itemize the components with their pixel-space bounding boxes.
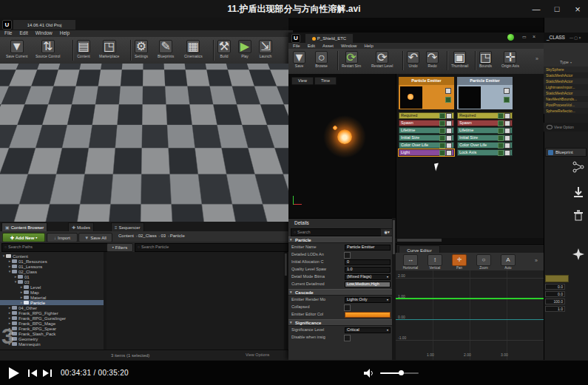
restart-sim-button[interactable]: ⟳Restart Sim (342, 51, 361, 68)
content-button[interactable]: ▤Content (77, 40, 90, 58)
module-checkbox[interactable] (504, 135, 510, 141)
view-options-button[interactable]: View Options (246, 353, 269, 358)
filters-button[interactable]: ▾Filters (107, 243, 133, 252)
transform-field[interactable]: 1.0 (545, 306, 565, 312)
tab-content-browser[interactable]: ▣Content Browser (1, 222, 47, 231)
volume-icon[interactable] (364, 369, 376, 378)
transform-field[interactable]: 100.0 (545, 299, 565, 304)
tree-item[interactable]: Content (0, 253, 104, 259)
curve-horizontal-button[interactable]: ↔Horizontal (399, 254, 422, 270)
module-graph-icon[interactable] (439, 128, 445, 134)
module-required[interactable]: Required (399, 112, 454, 119)
source-control-button[interactable]: ⇅Source Control (36, 40, 60, 58)
project-tab[interactable]: 14.06.41 Old Proj (13, 19, 76, 30)
module-lifetime[interactable]: Lifetime (399, 127, 454, 134)
tree-item[interactable]: Frank_RPG_Gunslinger (0, 316, 104, 321)
module-checkbox[interactable] (446, 128, 452, 134)
volume-knob[interactable] (399, 370, 404, 375)
module-graph-icon[interactable] (498, 128, 504, 134)
background-window-controls[interactable]: — ▢ × (570, 36, 581, 40)
module-checkbox[interactable] (446, 150, 452, 156)
module-initial-size[interactable]: Initial Size (399, 134, 454, 141)
module-color-over-life[interactable]: Color Over Life (399, 142, 454, 149)
scrollbar-thumb[interactable] (393, 220, 395, 254)
emitter-1-header[interactable]: Particle Emitter (399, 77, 454, 85)
module-checkbox[interactable] (504, 150, 510, 156)
module-checkbox[interactable] (446, 120, 452, 126)
tree-item[interactable]: 01 (0, 274, 104, 279)
curve-vertical-button[interactable]: ↕Vertical (424, 254, 446, 270)
lit-mode-button[interactable]: Lit (52, 67, 70, 75)
module-graph-icon[interactable] (439, 135, 445, 141)
previous-button[interactable] (28, 369, 37, 377)
tree-item[interactable]: 02_Class (0, 269, 104, 274)
module-checkbox[interactable] (504, 113, 510, 119)
module-spawn[interactable]: Spawn (399, 120, 454, 126)
bounds-button[interactable]: ◳Bounds (479, 51, 492, 68)
tree-item[interactable]: 03 (0, 279, 104, 285)
details-tab[interactable]: Details (294, 221, 309, 226)
emitter-enable-checkbox[interactable] (445, 88, 451, 94)
cascade-menu-window[interactable]: Window (341, 44, 356, 48)
curve-pan-button[interactable]: ✛Pan (448, 254, 470, 270)
marketplace-button[interactable]: ◳Marketplace (99, 40, 119, 58)
play-video-button[interactable] (9, 367, 19, 379)
type-column-header[interactable]: Type (560, 61, 569, 65)
outliner-row[interactable]: StaticMeshActor (544, 72, 588, 78)
tree-item[interactable]: 01_Lessons (0, 264, 104, 269)
module-spawn[interactable]: Spawn (457, 120, 513, 126)
menu-edit[interactable]: Edit (19, 31, 27, 36)
detail-mode-dropdown[interactable]: (Mixed Flags)▾ (345, 274, 391, 280)
curve-zoom-button[interactable]: ○Zoom (473, 254, 495, 270)
section-particle[interactable]: Particle (288, 236, 393, 243)
module-lifetime[interactable]: Lifetime (457, 127, 513, 134)
play-button[interactable]: ▶Play (238, 40, 251, 58)
toolbar-overflow-icon[interactable]: » (535, 56, 538, 61)
module-graph-icon[interactable] (498, 120, 504, 126)
module-color-over-life[interactable]: Color Over Life (457, 142, 513, 149)
settings-button[interactable]: ⚙Settings (135, 40, 148, 58)
next-button[interactable] (43, 369, 52, 377)
tree-item[interactable]: 01_Resources (0, 259, 104, 264)
module-graph-icon[interactable] (498, 135, 504, 141)
module-checkbox[interactable] (504, 143, 510, 149)
emitter-enable-checkbox[interactable] (504, 88, 510, 94)
section-cascade[interactable]: Cascade (288, 289, 393, 296)
outliner-row[interactable]: SkySphere (544, 67, 588, 72)
section-significance[interactable]: Significance (288, 319, 393, 326)
trash-icon[interactable] (572, 210, 584, 222)
emitter-2-block[interactable] (457, 85, 513, 109)
tree-item[interactable]: Mannequin (0, 341, 104, 347)
tree-item[interactable]: Frank_RPG_Spear (0, 326, 104, 331)
tree-item[interactable]: Material (0, 295, 104, 300)
breadcrumb-03[interactable]: 03 (160, 234, 169, 238)
redo-button[interactable]: ↷Redo (426, 51, 439, 68)
module-graph-icon[interactable] (439, 143, 445, 149)
cascade-menu-file[interactable]: File (293, 44, 300, 48)
tab-modes[interactable]: ✚Modes (68, 222, 94, 231)
module-checkbox[interactable] (504, 128, 510, 134)
favorite-star-icon[interactable] (572, 248, 584, 260)
outliner-row[interactable]: StaticMeshActor (544, 90, 588, 96)
cascade-menu-help[interactable]: Help (364, 44, 373, 48)
menu-help[interactable]: Help (60, 31, 70, 36)
cinematics-button[interactable]: ▦Cinematics (184, 40, 203, 58)
tree-item[interactable]: Frank_RPG_Mage (0, 321, 104, 326)
emitter-2-header[interactable]: Particle Emitter (457, 77, 513, 85)
menu-window[interactable]: Window (36, 31, 53, 36)
undo-button[interactable]: ↶Undo (407, 51, 419, 68)
emitter-name-field[interactable]: Particle Emitter (345, 245, 391, 251)
module-graph-icon[interactable] (439, 120, 445, 126)
curve-auto-button[interactable]: AAuto (497, 254, 519, 270)
outliner-row[interactable]: SphereReflectio... (544, 108, 588, 114)
close-button[interactable]: × (567, 0, 588, 18)
cascade-browse-button[interactable]: ○Browse (315, 51, 328, 68)
tree-item[interactable]: Frank_RPG_Fighter (0, 310, 104, 316)
transform-field[interactable]: 0.0 (545, 291, 565, 297)
emitter-1-block[interactable] (399, 85, 454, 109)
menu-file[interactable]: File (4, 31, 12, 36)
toolbar-overflow-icon[interactable]: » (535, 258, 538, 263)
view-options-button[interactable]: View Option (554, 126, 574, 129)
emitter-graph-icon[interactable] (504, 97, 510, 103)
module-graph-icon[interactable] (498, 143, 504, 149)
